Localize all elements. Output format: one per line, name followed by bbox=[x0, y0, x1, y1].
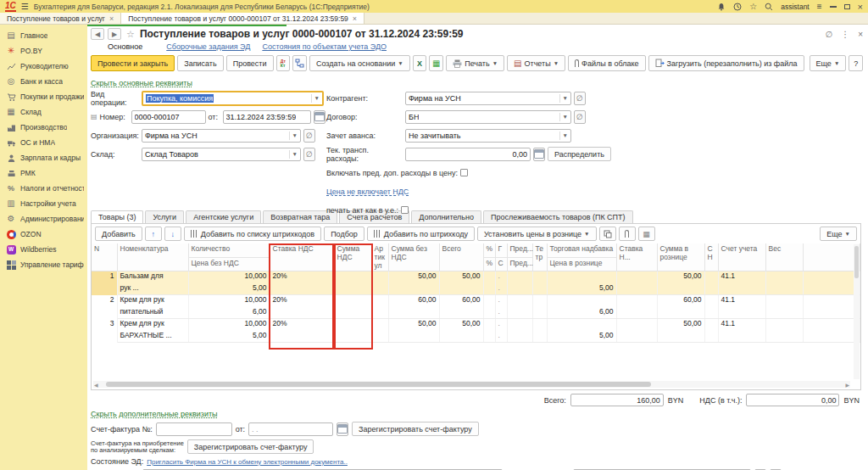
current-user[interactable]: assistant bbox=[781, 3, 810, 11]
sidebar-item-ozon[interactable]: OZON bbox=[0, 227, 87, 242]
sidebar-item-administrirovanie[interactable]: ⚙Администрирование bbox=[0, 211, 87, 227]
table-row[interactable]: 3 Крем для рук 10,000 20% 50,00 50,00 . … bbox=[92, 319, 860, 331]
date-calendar-button[interactable] bbox=[314, 110, 326, 124]
table-row[interactable]: 2 Крем для рук 10,000 20% 60,00 60,00 . … bbox=[92, 295, 860, 307]
col-pct2[interactable]: % bbox=[483, 257, 495, 271]
col-account[interactable]: Счет учета bbox=[718, 243, 765, 271]
contract-field[interactable]: БН▼ bbox=[405, 110, 571, 124]
more-button[interactable]: Еще▼ bbox=[810, 55, 847, 71]
dropdown-arrow-icon[interactable]: ▼ bbox=[559, 94, 568, 103]
set-retail-prices-button[interactable]: Установить цены в рознице▼ bbox=[477, 227, 597, 241]
invoice-number-field[interactable] bbox=[156, 422, 232, 436]
table-row[interactable]: 1 Бальзам для 10,000 20% 50,00 50,00 . 5… bbox=[92, 271, 860, 283]
col-vat-sum[interactable]: Сумма НДС bbox=[334, 243, 371, 271]
scroll-right-icon[interactable]: ▶ bbox=[844, 382, 850, 388]
notifications-bell-icon[interactable] bbox=[717, 3, 726, 11]
sidebar-item-nalogi-i-otchetnost[interactable]: %Налоги и отчетность bbox=[0, 181, 87, 196]
print-act-checkbox[interactable] bbox=[401, 206, 409, 214]
col-pct[interactable]: % bbox=[483, 243, 495, 257]
operation-type-field[interactable]: Покупка, комиссия ▼ bbox=[142, 91, 324, 106]
vertical-scrollbar[interactable] bbox=[854, 244, 860, 379]
print-button[interactable]: Печать▼ bbox=[446, 55, 504, 71]
col-g2[interactable]: С bbox=[495, 257, 507, 271]
close-window-button[interactable]: × bbox=[858, 3, 863, 11]
col-pred2[interactable]: Пред... bbox=[507, 257, 532, 271]
help-button[interactable]: ? bbox=[849, 55, 863, 71]
sidebar-item-pokupki-i-prodazhi[interactable]: Покупки и продажи bbox=[0, 89, 87, 104]
favorites-star-icon[interactable]: ☆ bbox=[749, 3, 757, 11]
col-n[interactable]: N bbox=[92, 243, 117, 271]
add-row-button[interactable]: Добавить bbox=[95, 227, 142, 241]
subnav-edo-states[interactable]: Состояния по объектам учета ЭДО bbox=[262, 42, 387, 51]
cloud-files-button[interactable]: Файлы в облаке bbox=[568, 55, 645, 71]
grid-settings-button[interactable]: ▦ bbox=[638, 227, 655, 241]
open-organization-button[interactable]: ∅ bbox=[303, 129, 315, 143]
register-invoice2-button[interactable]: Зарегистрировать счет-фактуру bbox=[187, 439, 314, 454]
col-g[interactable]: Г bbox=[495, 243, 507, 257]
save-button[interactable]: Записать bbox=[177, 55, 223, 71]
related-documents-button[interactable]: ▦ bbox=[429, 55, 443, 71]
table-row-line2[interactable]: рук ... 5,00 . 5,00 bbox=[92, 283, 860, 295]
distribute-button[interactable]: Распределить bbox=[548, 147, 611, 161]
maximize-button[interactable] bbox=[844, 4, 850, 9]
sidebar-item-rukovoditelyu[interactable]: Руководителю bbox=[0, 59, 87, 74]
date-field[interactable]: 31.12.2024 23:59:59 bbox=[223, 110, 311, 124]
close-form-icon[interactable]: × bbox=[858, 30, 863, 39]
register-invoice-button[interactable]: Зарегистрировать счет-фактуру bbox=[352, 422, 479, 436]
search-icon[interactable] bbox=[765, 3, 773, 11]
sidebar-item-poby[interactable]: ✳PO.BY bbox=[0, 43, 87, 59]
favorite-star-icon[interactable]: ☆ bbox=[126, 29, 135, 40]
create-based-on-button[interactable]: Создать на основании▼ bbox=[309, 55, 410, 71]
open-warehouse-button[interactable]: ∅ bbox=[303, 148, 315, 161]
col-article[interactable]: Ар тик ул bbox=[371, 243, 388, 271]
window-tab-list[interactable]: Поступление товаров и услуг × bbox=[0, 13, 121, 24]
col-markup[interactable]: Торговая надбавка bbox=[547, 243, 616, 257]
advance-offset-field[interactable]: Не зачитывать▼ bbox=[405, 129, 571, 143]
sidebar-item-zarplata-i-kadry[interactable]: Зарплата и кадры bbox=[0, 150, 87, 165]
tab-tovary[interactable]: Товары (3) bbox=[91, 210, 143, 223]
subnav-assembly-tasks[interactable]: Сборочные задания ЭД bbox=[166, 42, 250, 51]
col-price-no-vat[interactable]: Цена без НДС bbox=[188, 257, 270, 271]
dropdown-arrow-icon[interactable]: ▼ bbox=[289, 150, 298, 159]
transport-costs-field[interactable]: 0,00 bbox=[405, 148, 531, 161]
copy-rows-button[interactable] bbox=[599, 227, 616, 241]
col-total[interactable]: Всего bbox=[439, 243, 483, 271]
ed-invite-link[interactable]: Пригласить Фирма на УСН к обмену электро… bbox=[147, 458, 348, 466]
sidebar-item-upravlenie-tarifom[interactable]: Управление тарифом bbox=[0, 257, 87, 272]
invoice-date-calendar-button[interactable] bbox=[337, 422, 348, 436]
dropdown-arrow-icon[interactable]: ▼ bbox=[289, 131, 298, 140]
horizontal-scrollbar[interactable]: ◀ ▶ bbox=[93, 381, 850, 388]
subnav-main[interactable]: Основное bbox=[108, 42, 142, 51]
col-pred[interactable]: Пред... bbox=[507, 243, 532, 257]
minimize-button[interactable] bbox=[830, 6, 837, 8]
load-from-file-button[interactable]: Загрузить (перезаполнить) из файла bbox=[648, 55, 804, 71]
add-by-barcode-list-button[interactable]: Добавить по списку штрихкодов bbox=[184, 227, 321, 241]
dt-kt-postings-button[interactable]: ДтКт bbox=[276, 55, 291, 71]
col-retail-price[interactable]: Цена в рознице bbox=[547, 257, 616, 271]
history-clock-icon[interactable] bbox=[733, 3, 742, 11]
pick-items-button[interactable]: Подбор bbox=[324, 227, 364, 241]
move-row-up-button[interactable]: ↑ bbox=[145, 227, 162, 241]
transport-calc-button[interactable] bbox=[533, 148, 545, 161]
post-button[interactable]: Провести bbox=[226, 55, 274, 71]
get-link-icon[interactable]: ∅ bbox=[825, 30, 832, 39]
more-dots-icon[interactable]: ⋮ bbox=[841, 30, 849, 39]
post-and-close-button[interactable]: Провести и закрыть bbox=[91, 55, 175, 71]
hide-extra-requisites-link[interactable]: Скрыть дополнительные реквизиты bbox=[91, 410, 218, 418]
excel-export-button[interactable]: X bbox=[413, 55, 427, 71]
sidebar-item-rmk[interactable]: РМК bbox=[0, 165, 87, 181]
invoice-date-field[interactable]: . . bbox=[248, 422, 333, 436]
main-menu-icon[interactable]: ☰ bbox=[21, 2, 29, 11]
col-sum-no-vat[interactable]: Сумма без НДС bbox=[388, 243, 439, 271]
tab-agentskie-uslugi[interactable]: Агентские услуги bbox=[186, 210, 261, 223]
dropdown-arrow-icon[interactable]: ▼ bbox=[559, 131, 568, 140]
table-row-line2[interactable]: питательный 6,00 . 6,00 bbox=[92, 307, 860, 319]
number-field[interactable]: 0000-000107 bbox=[131, 110, 206, 124]
tab-uslugi[interactable]: Услуги bbox=[145, 210, 184, 223]
document-structure-button[interactable] bbox=[292, 55, 307, 71]
reports-button[interactable]: ▤Отчеты▼ bbox=[507, 55, 565, 71]
window-tab-document[interactable]: Поступление товаров и услуг 0000-000107 … bbox=[121, 13, 364, 24]
scroll-left-icon[interactable]: ◀ bbox=[93, 382, 99, 388]
include-expenses-checkbox[interactable] bbox=[460, 169, 468, 176]
open-contragent-button[interactable]: ∅ bbox=[574, 92, 586, 105]
